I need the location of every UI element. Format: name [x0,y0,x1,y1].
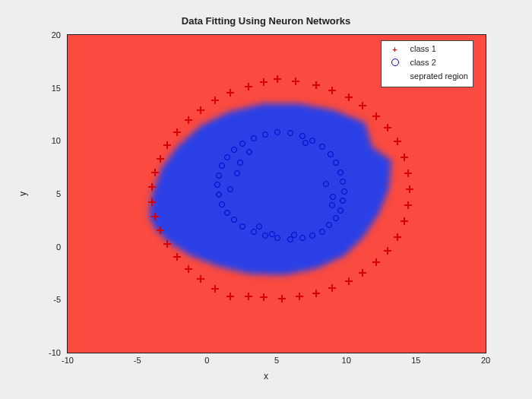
region-swatch-icon [386,71,404,83]
y-tick-label: 5 [0,189,61,198]
legend-label: class 2 [410,58,436,67]
y-tick-label: -10 [0,348,61,357]
legend-entry-region: seprated region [386,70,468,84]
x-tick-label: 20 [481,356,490,365]
y-tick-label: -5 [0,295,61,304]
x-tick-label: 10 [342,356,351,365]
x-axis-label: x [0,371,532,382]
plot-area: +class 1 class 2 seprated region [67,34,486,353]
x-tick-label: 0 [204,356,209,365]
x-tick-label: -5 [134,356,141,365]
x-tick-label: 5 [274,356,279,365]
legend: +class 1 class 2 seprated region [381,40,473,87]
x-tick-label: 15 [411,356,420,365]
legend-entry-class1: +class 1 [386,43,468,56]
legend-entry-class2: class 2 [386,56,468,70]
chart-title: Data Fitting Using Neuron Networks [0,15,532,27]
figure: Data Fitting Using Neuron Networks y +cl… [0,0,532,399]
y-tick-label: 0 [0,242,61,252]
y-tick-label: 15 [0,84,61,93]
legend-label: seprated region [410,71,468,81]
plus-icon: + [386,43,404,55]
y-tick-label: 20 [0,30,61,40]
legend-label: class 1 [410,44,436,53]
x-tick-label: -10 [62,356,74,365]
y-tick-label: 10 [0,136,61,145]
circle-icon [386,57,404,69]
